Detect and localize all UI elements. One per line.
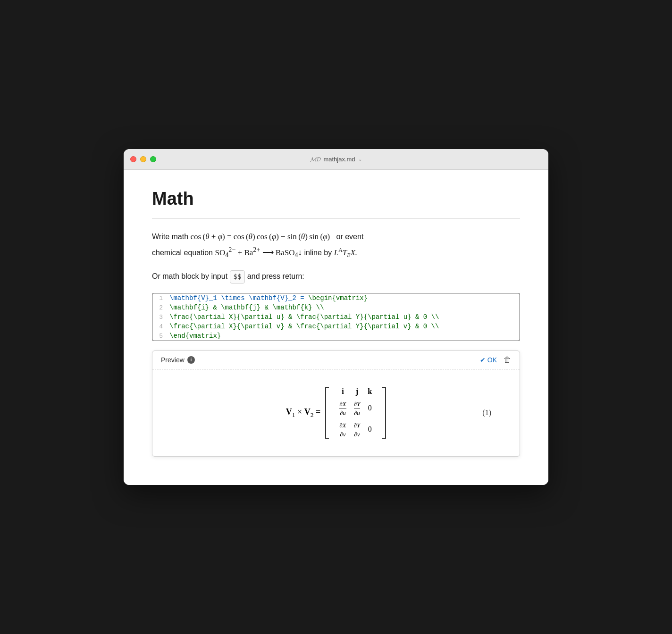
left-bracket [325, 387, 329, 439]
cell-dXdu: ∂X ∂u [339, 400, 346, 417]
prose-text-block-pre: Or math block by input [152, 272, 227, 280]
matrix-left-border [325, 387, 329, 439]
frac-num-dX2: ∂X [339, 422, 346, 430]
minimize-button[interactable] [140, 156, 146, 162]
titlebar: 𝓜𝓓 mathjax.md ⌄ [124, 149, 548, 170]
prose-text-block-post: and press return: [247, 272, 304, 280]
frac-den-du: ∂u [340, 409, 346, 417]
cell-dYdu: ∂Y ∂u [354, 400, 361, 417]
inline-math-cos: cos (θ + φ) = cos (θ) cos (φ) − sin (θ) … [191, 232, 330, 241]
line-number-2: 2 [152, 304, 169, 311]
cell-dYdv: ∂Y ∂v [354, 421, 361, 438]
latex-logo: LATEX. [334, 248, 357, 257]
frac-den-du2: ∂u [354, 409, 360, 417]
line-number-1: 1 [152, 295, 169, 302]
vec-V2: V [304, 407, 311, 417]
ok-label: OK [487, 356, 497, 364]
preview-content: V1 × V2 = [152, 374, 520, 456]
divider [152, 218, 520, 219]
frac-den-dv: ∂v [340, 430, 345, 438]
matrix-row-3: ∂X ∂v ∂Y ∂v [339, 421, 372, 438]
frac-num-dY: ∂Y [354, 400, 361, 409]
sub-1: 1 [292, 411, 295, 418]
right-bracket [382, 387, 386, 439]
preview-label: Preview i [161, 356, 195, 364]
equation-number: (1) [482, 409, 491, 417]
cell-i: i [339, 387, 346, 396]
code-text-5: \end{vmatrix} [169, 332, 520, 340]
content-area: Math Write math cos (θ + φ) = cos (θ) co… [124, 170, 548, 485]
times-symbol: × [297, 407, 304, 417]
chevron-down-icon[interactable]: ⌄ [358, 157, 362, 162]
code-green-5: \end{vmatrix} [169, 332, 221, 340]
preview-box: Preview i ✔ OK 🗑 [152, 350, 520, 457]
code-line-1: 1 \mathbf{V}_1 \times \mathbf{V}_2 = \be… [152, 293, 520, 303]
code-green-4a: \frac{\partial X}{\partial v} & [169, 323, 296, 330]
matrix-equation: V1 × V2 = [286, 384, 386, 442]
code-line-5: 5 \end{vmatrix} [152, 331, 520, 341]
cell-dXdv: ∂X ∂v [339, 421, 346, 438]
matrix-row-1: i j k [339, 387, 372, 396]
line-number-5: 5 [152, 333, 169, 340]
frac-dXdu: ∂X ∂u [339, 400, 346, 417]
code-text-4: \frac{\partial X}{\partial v} & \frac{\p… [169, 323, 520, 330]
cell-j: j [354, 387, 361, 396]
frac-dYdv: ∂Y ∂v [354, 422, 361, 438]
equals-symbol: = [316, 407, 320, 417]
ok-button[interactable]: ✔ OK [480, 356, 497, 364]
matrix-right-border [382, 387, 386, 439]
trash-icon[interactable]: 🗑 [504, 356, 511, 364]
titlebar-title: 𝓜𝓓 mathjax.md ⌄ [310, 156, 361, 163]
line-number-4: 4 [152, 323, 169, 330]
vec-V1: V [286, 407, 292, 417]
code-blue-1: \mathbf{V}_1 \times \mathbf{V}_2 = [169, 294, 308, 302]
window: 𝓜𝓓 mathjax.md ⌄ Math Write math cos (θ +… [124, 149, 548, 485]
frac-dYdu: ∂Y ∂u [354, 400, 361, 417]
preview-actions: ✔ OK 🗑 [480, 356, 511, 364]
preview-content-wrapper: V1 × V2 = [167, 384, 505, 442]
code-green-2: \mathbf{i} & \mathbf{j} & \mathbf{k} \\ [169, 304, 324, 311]
traffic-lights [130, 156, 156, 162]
prose-paragraph-1: Write math cos (θ + φ) = cos (θ) cos (φ)… [152, 230, 520, 260]
sub-2: 2 [311, 411, 314, 418]
prose-text-or-event: or event [332, 233, 364, 241]
checkmark-icon: ✔ [480, 356, 486, 364]
preview-text: Preview [161, 356, 185, 364]
prose-text-write: Write math [152, 233, 191, 241]
code-text-3: \frac{\partial X}{\partial u} & \frac{\p… [169, 313, 520, 321]
dollar-sign-hint: $$ [230, 270, 245, 284]
close-button[interactable] [130, 156, 136, 162]
matrix-table: i j k ∂X ∂u [332, 384, 379, 442]
cell-0-1: 0 [368, 400, 372, 417]
eq-lhs: V1 × V2 = [286, 407, 320, 419]
code-line-2: 2 \mathbf{i} & \mathbf{j} & \mathbf{k} \… [152, 303, 520, 312]
inline-math-chemical: SO42− + Ba2+ ⟶ BaSO4↓ [215, 248, 302, 257]
frac-den-dv2: ∂v [354, 430, 360, 438]
preview-divider [152, 369, 520, 369]
code-green-1: \begin{vmatrix} [308, 294, 368, 302]
prose-text-chemical: chemical equation [152, 249, 215, 257]
prose-paragraph-2: Or math block by input $$ and press retu… [152, 270, 520, 284]
code-text-2: \mathbf{i} & \mathbf{j} & \mathbf{k} \\ [169, 304, 520, 311]
cell-k: k [368, 387, 372, 396]
frac-num-dY2: ∂Y [354, 422, 361, 430]
code-green-3a: \frac{\partial X}{\partial u} & [169, 313, 296, 321]
page-title: Math [152, 189, 520, 209]
frac-dXdv: ∂X ∂v [339, 422, 346, 438]
code-green-4b: \frac{\partial Y}{\partial v} & 0 \\ [296, 323, 439, 330]
code-block: 1 \mathbf{V}_1 \times \mathbf{V}_2 = \be… [152, 293, 520, 341]
matrix-row-2: ∂X ∂u ∂Y ∂u [339, 400, 372, 417]
prose-text-inline-by: inline by [304, 249, 334, 257]
frac-num-dX: ∂X [339, 400, 346, 409]
code-text-1: \mathbf{V}_1 \times \mathbf{V}_2 = \begi… [169, 294, 520, 302]
fullscreen-button[interactable] [150, 156, 156, 162]
filename-label: mathjax.md [323, 156, 355, 163]
line-number-3: 3 [152, 314, 169, 321]
file-icon: 𝓜𝓓 [310, 156, 320, 163]
preview-header: Preview i ✔ OK 🗑 [152, 351, 520, 369]
code-line-4: 4 \frac{\partial X}{\partial v} & \frac{… [152, 322, 520, 331]
matrix-wrapper: i j k ∂X ∂u [325, 384, 386, 442]
info-icon[interactable]: i [187, 356, 195, 364]
cell-0-2: 0 [368, 421, 372, 438]
code-line-3: 3 \frac{\partial X}{\partial u} & \frac{… [152, 312, 520, 322]
